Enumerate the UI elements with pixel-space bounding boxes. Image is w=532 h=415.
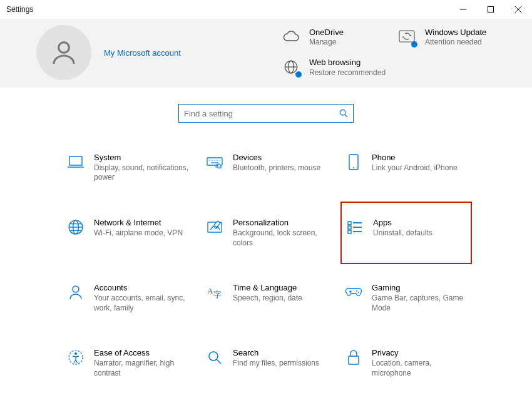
category-phone[interactable]: Phone Link your Android, iPhone [340,148,472,188]
globe-icon [282,58,300,76]
globe-icon [66,218,85,237]
category-title: System [94,153,190,163]
svg-text:字: 字 [213,290,222,299]
category-title: Network & Internet [94,218,183,228]
svg-rect-45 [349,356,359,364]
category-system[interactable]: System Display, sound, notifications, po… [63,148,194,188]
category-sub: Your accounts, email, sync, work, family [94,294,190,313]
quick-windows-update[interactable]: Windows Update Attention needed [397,28,513,48]
category-sub: Narrator, magnifier, high contrast [94,359,190,378]
header-banner: My Microsoft account OneDrive Manage Win… [0,19,532,88]
category-title: Time & Language [233,283,302,294]
svg-point-15 [212,160,213,161]
svg-point-16 [214,160,215,161]
category-grid: System Display, sound, notifications, po… [0,148,532,415]
maximize-icon [488,6,494,13]
minimize-icon [460,6,466,13]
quick-title: OneDrive [309,28,344,38]
window-title: Settings [6,5,33,14]
user-icon [49,38,79,68]
sync-icon [397,28,416,46]
quick-sub: Restore recommended [309,68,386,78]
quick-title: Web browsing [309,58,386,68]
svg-point-17 [217,160,218,161]
avatar [36,25,91,80]
account-link[interactable]: My Microsoft account [104,48,181,58]
category-title: Phone [372,153,458,163]
search-box[interactable] [178,104,354,123]
svg-point-14 [209,160,210,161]
svg-line-10 [345,115,347,117]
category-sub: Uninstall, defaults [373,228,432,238]
gamepad-icon [344,283,363,302]
category-title: Devices [233,153,320,163]
category-network[interactable]: Network & Internet Wi-Fi, airplane mode,… [63,213,194,253]
account-section[interactable]: My Microsoft account [19,25,181,80]
quick-links: OneDrive Manage Windows Update Attention… [282,28,513,78]
search-icon [205,348,224,367]
category-sub: Background, lock screen, colors [233,228,329,248]
svg-point-43 [209,352,218,361]
window-controls [449,0,532,19]
category-title: Accounts [94,283,190,294]
category-sub: Bluetooth, printers, mouse [233,163,320,173]
laptop-icon [66,153,85,172]
category-title: Ease of Access [94,348,190,359]
category-devices[interactable]: Devices Bluetooth, printers, mouse [202,148,333,188]
category-sub: Game Bar, captures, Game Mode [372,294,468,313]
category-privacy[interactable]: Privacy Location, camera, microphone [340,343,472,383]
category-apps[interactable]: Apps Uninstall, defaults [340,202,472,264]
quick-onedrive[interactable]: OneDrive Manage [282,28,397,48]
paint-icon [205,218,224,237]
search-section [0,104,532,123]
search-input[interactable] [184,109,339,118]
close-button[interactable] [504,0,532,19]
phone-icon [344,153,363,172]
lock-icon [344,348,363,367]
language-icon: A字 [205,283,224,302]
minimize-button[interactable] [449,0,477,19]
quick-title: Windows Update [425,28,486,38]
category-title: Apps [373,218,432,228]
svg-point-34 [73,286,79,292]
svg-point-9 [340,110,345,115]
svg-point-4 [59,43,69,53]
category-sub: Display, sound, notifications, power [94,163,190,183]
svg-rect-5 [399,31,414,42]
search-icon [339,109,348,118]
category-search[interactable]: Search Find my files, permissions [202,343,333,383]
svg-rect-11 [69,156,82,165]
svg-rect-30 [348,230,351,233]
category-ease-of-access[interactable]: Ease of Access Narrator, magnifier, high… [63,343,194,383]
quick-web-browsing[interactable]: Web browsing Restore recommended [282,58,397,78]
apps-list-icon [345,218,364,237]
svg-rect-28 [348,222,351,225]
category-title: Personalization [233,218,329,228]
svg-point-23 [353,167,354,168]
svg-line-44 [217,359,221,364]
keyboard-icon [205,153,224,172]
category-update-security[interactable]: Update & Security Windows Update, recove… [63,408,194,415]
svg-point-38 [358,292,359,293]
quick-sub: Manage [309,38,344,48]
maximize-button[interactable] [477,0,504,19]
svg-text:A: A [207,286,213,295]
category-gaming[interactable]: Gaming Game Bar, captures, Game Mode [340,278,472,318]
category-title: Search [233,348,319,359]
category-sub: Find my files, permissions [233,359,319,369]
category-personalization[interactable]: Personalization Background, lock screen,… [202,213,333,253]
category-time-language[interactable]: A字 Time & Language Speech, region, date [202,278,333,318]
cloud-icon [282,28,300,46]
svg-rect-1 [488,7,494,13]
svg-point-37 [356,290,357,292]
titlebar: Settings [0,0,532,19]
category-title: Privacy [372,348,468,359]
close-icon [515,6,521,13]
svg-point-18 [219,160,220,161]
category-sub: Speech, region, date [233,294,302,304]
svg-point-42 [74,352,77,355]
person-icon [66,283,85,302]
accessibility-icon [66,348,85,367]
category-sub: Link your Android, iPhone [372,163,458,173]
category-accounts[interactable]: Accounts Your accounts, email, sync, wor… [63,278,194,318]
